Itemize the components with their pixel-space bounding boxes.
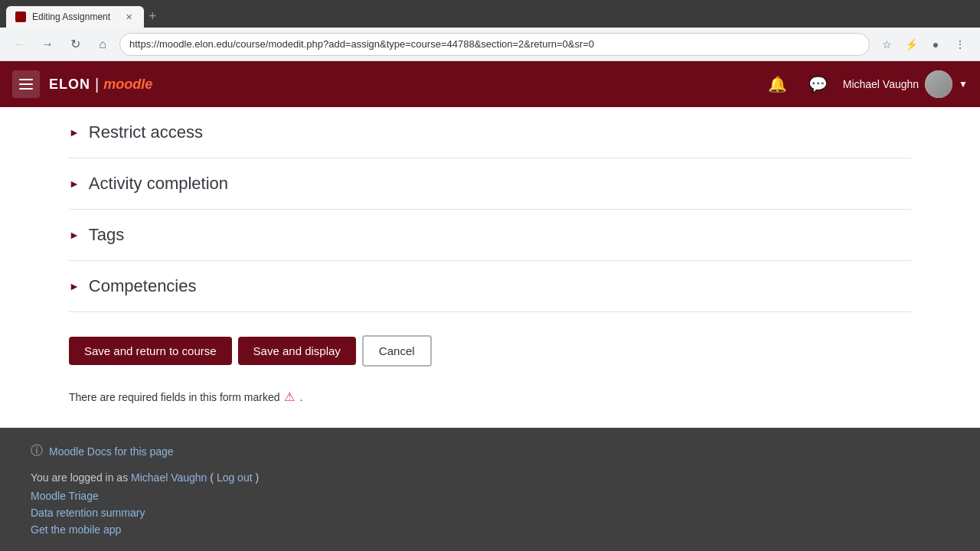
competencies-title: Competencies (89, 276, 197, 296)
activity-completion-section: ► Activity completion (69, 158, 911, 210)
notification-icon[interactable]: 🔔 (768, 75, 787, 93)
main-content-area: ► Restrict access ► Activity completion … (0, 107, 980, 428)
user-menu-dropdown-icon: ▼ (959, 79, 968, 90)
tags-title: Tags (89, 225, 124, 245)
hamburger-menu-button[interactable] (12, 70, 40, 98)
activity-completion-arrow-icon: ► (69, 178, 80, 190)
hamburger-line-3 (19, 88, 33, 90)
browser-toolbar: ← → ↻ ⌂ https://moodle.elon.edu/course/m… (0, 28, 980, 61)
tab-title: Editing Assignment (32, 11, 116, 22)
restrict-access-section: ► Restrict access (69, 107, 911, 158)
form-buttons: Save and return to course Save and displ… (69, 312, 911, 382)
hamburger-line-2 (19, 83, 33, 85)
footer-moodle-triage-link[interactable]: Moodle Triage (31, 490, 949, 502)
hamburger-line-1 (19, 79, 33, 80)
footer-nav-links: Moodle Triage Data retention summary Get… (31, 490, 949, 536)
moodle-logo-text: moodle (103, 77, 152, 93)
save-return-button[interactable]: Save and return to course (69, 337, 232, 365)
restrict-access-header[interactable]: ► Restrict access (69, 107, 911, 158)
url-text: https://moodle.elon.edu/course/modedit.p… (129, 38, 594, 50)
required-field-icon: ⚠ (284, 390, 295, 404)
logged-in-prefix: You are logged in as (31, 471, 128, 484)
footer-info-icon: ⓘ (31, 443, 43, 459)
cancel-button[interactable]: Cancel (362, 335, 432, 367)
competencies-arrow-icon: ► (69, 280, 80, 292)
home-button[interactable]: ⌂ (92, 34, 113, 55)
forward-button[interactable]: → (37, 34, 58, 55)
user-profile-icon[interactable]: ● (925, 34, 946, 55)
extensions-icon[interactable]: ⚡ (900, 34, 922, 55)
footer-data-retention-link[interactable]: Data retention summary (31, 507, 949, 519)
avatar-image (925, 70, 952, 98)
address-bar[interactable]: https://moodle.elon.edu/course/modedit.p… (119, 33, 870, 56)
bookmark-icon[interactable]: ☆ (876, 34, 897, 55)
content-wrapper: ► Restrict access ► Activity completion … (54, 107, 926, 419)
reload-button[interactable]: ↻ (64, 34, 86, 55)
tags-header[interactable]: ► Tags (69, 210, 911, 260)
moodle-navbar: ELON | moodle 🔔 💬 Michael Vaughn ▼ (0, 61, 980, 107)
menu-icon[interactable]: ⋮ (949, 34, 971, 55)
message-icon[interactable]: 💬 (808, 75, 828, 93)
toolbar-right: ☆ ⚡ ● ⋮ (876, 34, 971, 55)
active-tab[interactable]: Editing Assignment ✕ (6, 6, 144, 28)
competencies-header[interactable]: ► Competencies (69, 261, 911, 311)
tab-favicon (15, 11, 26, 22)
moodle-docs-link[interactable]: Moodle Docs for this page (49, 445, 174, 458)
required-notice-text-after: . (299, 391, 302, 403)
page-footer: ⓘ Moodle Docs for this page You are logg… (0, 428, 980, 551)
new-tab-button[interactable]: + (144, 8, 162, 24)
tags-arrow-icon: ► (69, 229, 80, 241)
tab-close-button[interactable]: ✕ (122, 11, 135, 23)
footer-logout-link[interactable]: Log out (217, 471, 253, 484)
elon-logo-text: ELON (49, 77, 90, 93)
restrict-access-title: Restrict access (89, 122, 203, 142)
back-button[interactable]: ← (9, 34, 31, 55)
footer-mobile-app-link[interactable]: Get the mobile app (31, 523, 949, 536)
user-menu[interactable]: Michael Vaughn ▼ (843, 70, 968, 98)
user-name: Michael Vaughn (843, 78, 919, 90)
moodle-logo: ELON | moodle (49, 76, 152, 93)
required-notice-text-before: There are required fields in this form m… (69, 391, 279, 403)
page-content: ELON | moodle 🔔 💬 Michael Vaughn ▼ (0, 61, 980, 551)
competencies-section: ► Competencies (69, 261, 911, 312)
activity-completion-title: Activity completion (89, 174, 228, 194)
footer-logged-in: You are logged in as Michael Vaughn ( Lo… (31, 471, 949, 484)
activity-completion-header[interactable]: ► Activity completion (69, 158, 911, 209)
footer-username-link[interactable]: Michael Vaughn (131, 471, 207, 484)
restrict-access-arrow-icon: ► (69, 126, 80, 139)
footer-docs-section: ⓘ Moodle Docs for this page (31, 443, 949, 459)
tags-section: ► Tags (69, 210, 911, 261)
required-fields-notice: There are required fields in this form m… (69, 382, 911, 419)
browser-tabs: Editing Assignment ✕ + (0, 0, 980, 28)
save-display-button[interactable]: Save and display (238, 337, 356, 365)
user-avatar (925, 70, 952, 98)
